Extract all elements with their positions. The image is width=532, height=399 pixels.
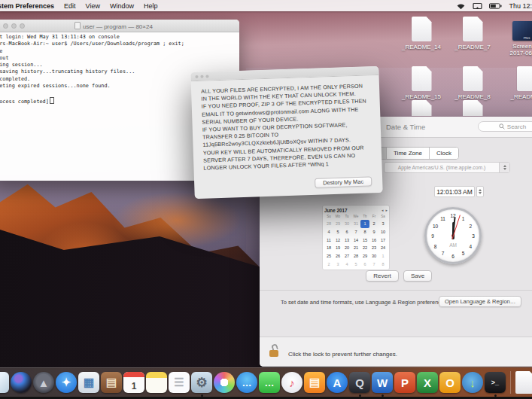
calendar-day[interactable]: 7 <box>369 260 378 269</box>
calendar-day[interactable]: 13 <box>342 236 351 245</box>
calendar-day[interactable]: 22 <box>360 244 369 252</box>
dock-document-icon[interactable] <box>515 371 532 394</box>
quicktime-icon[interactable]: Q <box>349 372 370 393</box>
menu-item-help[interactable]: Help <box>144 2 158 10</box>
desktop-icon-readme7[interactable]: _README_7 <box>448 17 497 50</box>
desktop-icon-screenshot[interactable]: PNGScreen Sh2017-06_0.0 <box>503 17 532 56</box>
finder-icon[interactable] <box>0 372 9 393</box>
calendar-day[interactable]: 9 <box>369 228 378 236</box>
terminal-icon[interactable]: >_ <box>485 372 506 393</box>
calendar-day[interactable]: 16 <box>369 236 378 245</box>
tab-clock[interactable]: Clock <box>430 148 458 159</box>
menu-bar-clock[interactable]: Thu 12: <box>509 2 532 10</box>
calendar-day[interactable]: 20 <box>342 244 351 252</box>
messages-icon[interactable]: … <box>259 372 280 393</box>
calendar-day[interactable]: 23 <box>369 244 378 252</box>
minimize-button[interactable] <box>200 75 203 78</box>
reminders-icon[interactable]: ☰ <box>169 372 190 393</box>
calendar-day[interactable]: 21 <box>351 244 360 252</box>
desktop-icon-readme14[interactable]: _README_14 <box>397 17 445 50</box>
itunes-icon[interactable]: ♪ <box>281 372 302 393</box>
ntp-server-dropdown[interactable]: Apple Americas/U.S. (time.apple.com.) <box>384 162 510 173</box>
time-stepper[interactable] <box>476 186 484 197</box>
calendar-day[interactable]: 11 <box>324 236 333 245</box>
calendar-day[interactable]: 6 <box>360 260 369 269</box>
excel-icon[interactable]: X <box>417 372 438 393</box>
calendar-day[interactable]: 12 <box>333 236 342 245</box>
calendar-day[interactable]: 7 <box>351 228 360 236</box>
calendar-day[interactable]: 4 <box>324 228 333 236</box>
desktop-icon-readme15[interactable]: _README_15 <box>397 66 445 100</box>
menu-item-edit[interactable]: Edit <box>64 2 76 10</box>
desktop-icon-readme[interactable]: _README_ <box>503 66 532 100</box>
zoom-button[interactable] <box>205 75 208 78</box>
calendar-day[interactable]: 25 <box>324 252 333 260</box>
calendar-day[interactable]: 6 <box>342 228 351 236</box>
tab-time-zone[interactable]: Time Zone <box>387 148 430 159</box>
calendar-day[interactable]: 10 <box>378 228 388 236</box>
safari-icon[interactable]: ✦ <box>56 372 77 393</box>
system-preferences-icon[interactable]: ⚙ <box>191 372 212 393</box>
calendar-day[interactable]: 8 <box>378 260 388 269</box>
terminal-titlebar[interactable]: user — program — 80×24 <box>0 20 239 32</box>
calendar-day[interactable]: 8 <box>360 228 369 236</box>
app-store-icon[interactable]: A <box>327 372 348 393</box>
calendar-icon[interactable]: 1 <box>123 372 144 393</box>
calendar-day[interactable]: 27 <box>342 252 351 260</box>
desktop-icon-readme8[interactable]: _README_8 <box>448 66 497 100</box>
calendar-day[interactable]: 26 <box>333 252 342 260</box>
notes-icon[interactable] <box>146 372 167 393</box>
chat-app-icon[interactable]: … <box>236 372 257 393</box>
battery-icon[interactable] <box>489 3 502 9</box>
calendar-day[interactable]: 28 <box>351 252 360 260</box>
outlook-icon[interactable]: O <box>439 372 461 393</box>
desktop-icon-partial[interactable] <box>397 100 445 116</box>
calendar-day[interactable]: 5 <box>351 260 360 269</box>
calendar-day[interactable]: 18 <box>324 244 333 252</box>
ibooks-icon[interactable]: ▤ <box>304 372 325 393</box>
calendar-day[interactable]: 14 <box>351 236 360 245</box>
menu-item-view[interactable]: View <box>86 2 100 10</box>
display-icon[interactable] <box>473 2 482 10</box>
calendar-day[interactable]: 31 <box>351 220 360 228</box>
downloader-icon[interactable]: ↓ <box>462 372 483 393</box>
date-picker-calendar[interactable]: June 2017 ◂▸ SuMoTuWeThFrSa 282930311234… <box>322 205 390 270</box>
calendar-day[interactable]: 15 <box>360 236 369 245</box>
calendar-day[interactable]: 29 <box>333 220 342 228</box>
calendar-day[interactable]: 1 <box>360 220 369 228</box>
open-language-region-button[interactable]: Open Language & Region… <box>439 296 521 307</box>
calendar-day[interactable]: 4 <box>342 260 351 269</box>
calendar-day[interactable]: 5 <box>333 228 342 236</box>
time-field[interactable]: 12:01:03 AM <box>434 186 475 197</box>
siri-icon[interactable] <box>11 372 32 393</box>
calendar-day[interactable]: 30 <box>369 252 378 260</box>
calendar-day[interactable]: 30 <box>342 220 351 228</box>
calendar-day[interactable]: 2 <box>324 260 333 269</box>
close-button[interactable] <box>195 75 198 78</box>
photos-icon[interactable] <box>214 372 235 393</box>
desktop-icon-partial[interactable] <box>448 100 497 116</box>
powerpoint-icon[interactable]: P <box>394 372 415 393</box>
search-input[interactable]: Search <box>478 121 532 132</box>
calendar-day[interactable]: 3 <box>333 260 342 269</box>
ransom-dialog[interactable]: ALL YOUR FILES ARE ENCRYPTED, I AM THE O… <box>190 66 382 199</box>
lock-icon[interactable] <box>269 350 278 357</box>
app-menu[interactable]: System Preferences <box>0 2 54 10</box>
menu-item-window[interactable]: Window <box>110 2 134 10</box>
calendar-day[interactable]: 24 <box>378 244 388 252</box>
calendar-day[interactable]: 1 <box>378 252 388 260</box>
calendar-day[interactable]: 28 <box>324 220 333 228</box>
revert-button[interactable]: Revert <box>366 270 399 282</box>
word-icon[interactable]: W <box>372 372 393 393</box>
calendar-day[interactable]: 19 <box>333 244 342 252</box>
next-month-icon[interactable]: ▸ <box>385 208 388 212</box>
save-button[interactable]: Save <box>403 270 432 282</box>
wifi-icon[interactable] <box>456 2 466 10</box>
destroy-my-mac-button[interactable]: Destory My Mac <box>315 176 372 188</box>
calendar-day[interactable]: 2 <box>369 220 378 228</box>
calendar-day[interactable]: 17 <box>378 236 388 245</box>
calendar-day[interactable]: 29 <box>360 252 369 260</box>
launchpad-icon[interactable]: ▲ <box>33 372 54 393</box>
contacts-icon[interactable]: ▤ <box>101 372 122 393</box>
preview-icon[interactable]: ▦ <box>78 372 99 393</box>
